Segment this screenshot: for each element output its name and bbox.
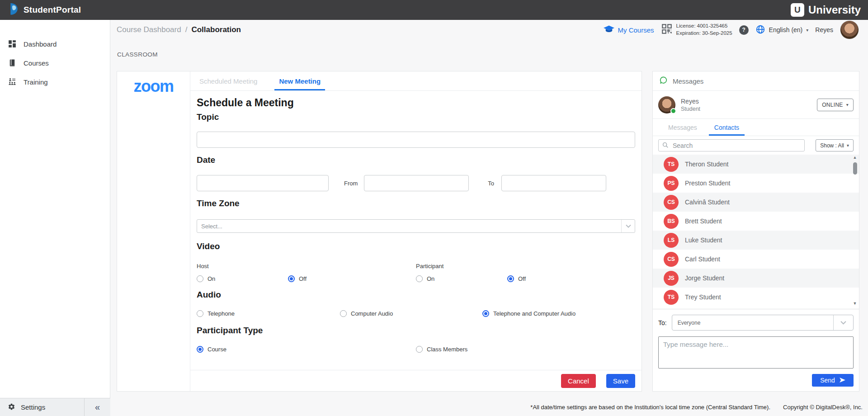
date-input[interactable] [197, 175, 329, 191]
message-input[interactable] [658, 336, 854, 369]
zoom-meeting-card: zoom Scheduled Meeting New Meeting Sched… [117, 71, 642, 392]
zoom-logo: zoom [134, 77, 174, 95]
participant-type-class-members-radio[interactable]: Class Members [416, 346, 467, 353]
settings-label: Settings [21, 403, 45, 411]
radio-selected-icon [507, 275, 514, 282]
host-off-radio[interactable]: Off [288, 275, 379, 282]
contact-name: Theron Student [685, 161, 729, 168]
radio-label: Off [518, 275, 526, 282]
help-icon[interactable]: ? [739, 25, 749, 35]
radio-selected-icon [288, 275, 295, 282]
search-input[interactable] [658, 139, 805, 151]
contact-avatar: CS [664, 252, 679, 267]
gear-icon [8, 403, 15, 412]
sidebar-item-settings[interactable]: Settings [0, 398, 85, 416]
contact-row[interactable]: TS Theron Student [653, 155, 859, 174]
audio-label: Audio [197, 290, 635, 300]
dashboard-icon [8, 40, 17, 48]
sidebar-item-courses[interactable]: Courses [0, 53, 110, 72]
audio-computer-radio[interactable]: Computer Audio [340, 310, 482, 317]
qr-code-icon [661, 23, 673, 37]
page-footer: *All date/time settings are based on the… [110, 398, 868, 416]
chat-user-avatar [658, 96, 675, 113]
contact-name: Brett Student [685, 217, 722, 225]
recipient-value: Everyone [672, 320, 833, 326]
tab-contacts[interactable]: Contacts [708, 119, 745, 136]
messages-title: Messages [673, 77, 703, 85]
chevron-down-icon [833, 315, 853, 330]
contact-name: Trey Student [685, 293, 721, 301]
top-bar: StudentPortal U University [0, 0, 868, 20]
scroll-up-icon[interactable]: ▲ [853, 156, 857, 160]
breadcrumb: Course Dashboard / Collaboration [117, 25, 241, 34]
chat-user-role: Student [681, 106, 700, 112]
contact-row[interactable]: LS Luke Student [653, 231, 859, 250]
to-time-input[interactable] [501, 175, 606, 191]
online-status-dropdown[interactable]: ONLINE ▾ [817, 99, 854, 111]
audio-telephone-radio[interactable]: Telephone [197, 310, 340, 317]
from-label: From [344, 180, 358, 187]
radio-label: Off [299, 275, 307, 282]
audio-telephone-and-computer-radio[interactable]: Telephone and Computer Audio [482, 310, 576, 317]
radio-icon [197, 275, 203, 282]
tab-messages[interactable]: Messages [662, 119, 703, 136]
tab-new-meeting[interactable]: New Meeting [276, 71, 323, 90]
contact-name: Calvinâ Student [685, 199, 730, 206]
breadcrumb-separator: / [185, 25, 188, 34]
my-courses-button[interactable]: My Courses [604, 25, 654, 34]
radio-icon [340, 310, 347, 317]
contact-row[interactable]: TS Trey Student [653, 288, 859, 307]
license-info: License: 4001-325465 Expiration: 30-Sep-… [661, 23, 732, 37]
to-label: To [488, 180, 494, 187]
breadcrumb-parent[interactable]: Course Dashboard [117, 25, 181, 34]
sidebar-item-label: Training [24, 78, 48, 86]
university-brand: U University [791, 3, 861, 17]
sidebar-collapse-button[interactable]: « [85, 398, 110, 416]
cancel-button[interactable]: Cancel [561, 374, 596, 388]
topic-input[interactable] [197, 132, 635, 148]
send-button[interactable]: Send [812, 374, 854, 387]
from-time-input[interactable] [364, 175, 469, 191]
contact-row[interactable]: PS Preston Student [653, 174, 859, 193]
radio-label: Telephone and Computer Audio [493, 310, 576, 317]
language-selector[interactable]: English (en) ▾ [755, 24, 809, 36]
contact-name: Jorge Student [685, 274, 724, 282]
radio-label: On [208, 275, 215, 282]
university-logo-icon: U [791, 3, 804, 17]
contact-row[interactable]: CS Calvinâ Student [653, 193, 859, 212]
date-label: Date [197, 155, 635, 165]
contact-row[interactable]: JS Jorge Student [653, 269, 859, 288]
chevron-down-icon: ▾ [847, 143, 849, 148]
sidebar-item-label: Courses [24, 59, 49, 67]
contact-row[interactable]: CS Carl Student [653, 250, 859, 269]
contact-list-scrollbar[interactable]: ▲ ▼ [852, 156, 858, 306]
scroll-down-icon[interactable]: ▼ [853, 302, 857, 306]
license-expiration: Expiration: 30-Sep-2025 [676, 30, 732, 37]
participant-on-radio[interactable]: On [416, 275, 507, 282]
contact-row[interactable]: BS Brett Student [653, 212, 859, 231]
participant-type-course-radio[interactable]: Course [197, 346, 416, 353]
timezone-select[interactable]: Select... [197, 219, 635, 233]
chevron-down-icon [621, 220, 635, 232]
recipient-select[interactable]: Everyone [672, 315, 854, 331]
globe-icon [755, 24, 765, 36]
radio-label: Class Members [427, 346, 467, 353]
participant-label: Participant [416, 263, 635, 269]
sidebar-item-training[interactable]: Training [0, 72, 110, 91]
participant-off-radio[interactable]: Off [507, 275, 599, 282]
tab-scheduled-meeting[interactable]: Scheduled Meeting [197, 71, 260, 90]
save-button[interactable]: Save [606, 374, 635, 388]
video-label: Video [197, 241, 635, 251]
scrollbar-thumb[interactable] [853, 162, 857, 175]
main-header: Course Dashboard / Collaboration My Cour… [110, 20, 868, 40]
radio-icon [197, 310, 203, 317]
online-status-label: ONLINE [822, 102, 843, 108]
contact-name: Preston Student [685, 180, 730, 187]
studentportal-logo-icon [7, 3, 19, 17]
user-avatar[interactable] [840, 20, 859, 39]
show-filter-dropdown[interactable]: Show : All ▾ [816, 139, 854, 151]
university-name: University [808, 4, 861, 16]
form-title: Schedule a Meeting [197, 97, 635, 109]
sidebar-item-dashboard[interactable]: Dashboard [0, 34, 110, 53]
host-on-radio[interactable]: On [197, 275, 288, 282]
